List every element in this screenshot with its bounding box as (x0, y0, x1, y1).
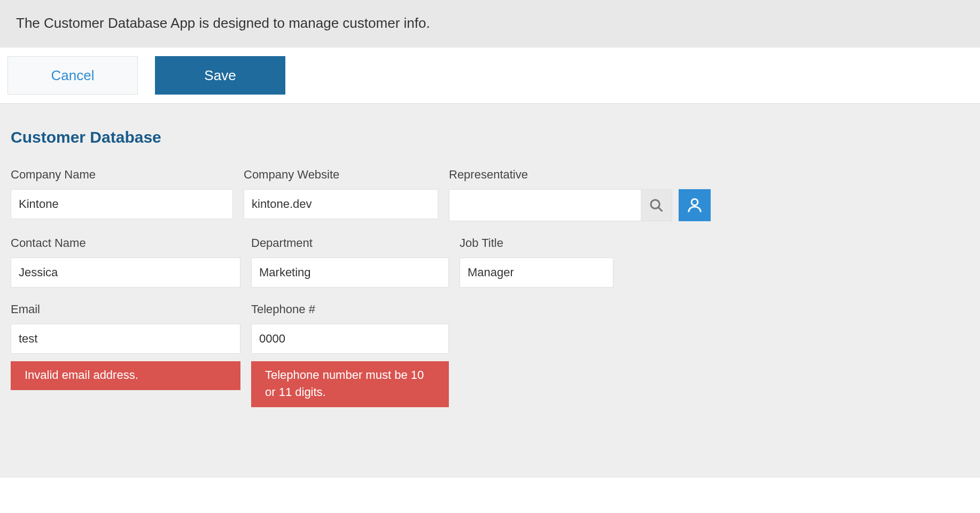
company-name-input[interactable] (11, 189, 233, 219)
action-toolbar: Cancel Save (0, 48, 980, 104)
cancel-button[interactable]: Cancel (7, 56, 138, 95)
job-title-label: Job Title (460, 236, 613, 250)
job-title-field: Job Title (460, 236, 613, 287)
email-field: Email Invalid email address. (11, 302, 240, 390)
contact-name-label: Contact Name (11, 236, 240, 250)
save-button-label: Save (204, 67, 236, 84)
telephone-error-message: Telephone number must be 10 or 11 digits… (251, 361, 449, 407)
company-website-input[interactable] (244, 189, 438, 219)
form-row-3: Email Invalid email address. Telephone #… (11, 302, 969, 407)
email-input[interactable] (11, 324, 240, 354)
telephone-input[interactable] (251, 324, 449, 354)
representative-searchbox (449, 189, 672, 221)
telephone-error-text: Telephone number must be 10 or 11 digits… (265, 368, 424, 399)
search-icon (648, 197, 664, 213)
company-name-label: Company Name (11, 168, 233, 182)
contact-name-field: Contact Name (11, 236, 240, 287)
form-area: Customer Database Company Name Company W… (0, 104, 980, 478)
form-row-2: Contact Name Department Job Title (11, 236, 969, 287)
svg-point-2 (691, 199, 698, 205)
contact-name-input[interactable] (11, 258, 240, 287)
form-row-1: Company Name Company Website Representat… (11, 168, 969, 221)
job-title-input[interactable] (460, 258, 613, 287)
form-title: Customer Database (11, 128, 969, 146)
user-icon (686, 196, 704, 214)
representative-input-group (449, 189, 711, 221)
cancel-button-label: Cancel (51, 67, 95, 84)
app-description-text: The Customer Database App is designed to… (16, 15, 430, 31)
company-website-field: Company Website (244, 168, 438, 219)
email-label: Email (11, 302, 240, 316)
representative-label: Representative (449, 168, 711, 182)
representative-search-button[interactable] (641, 190, 672, 221)
save-button[interactable]: Save (155, 56, 285, 95)
representative-input[interactable] (449, 190, 641, 221)
department-label: Department (251, 236, 449, 250)
company-name-field: Company Name (11, 168, 233, 219)
svg-line-1 (658, 207, 662, 211)
telephone-label: Telephone # (251, 302, 449, 316)
representative-field: Representative (449, 168, 711, 221)
email-error-text: Invalid email address. (25, 368, 138, 382)
company-website-label: Company Website (244, 168, 438, 182)
app-description-banner: The Customer Database App is designed to… (0, 0, 980, 48)
representative-user-picker-button[interactable] (679, 189, 711, 221)
department-field: Department (251, 236, 449, 287)
email-error-message: Invalid email address. (11, 361, 240, 390)
department-input[interactable] (251, 258, 449, 287)
telephone-field: Telephone # Telephone number must be 10 … (251, 302, 449, 407)
